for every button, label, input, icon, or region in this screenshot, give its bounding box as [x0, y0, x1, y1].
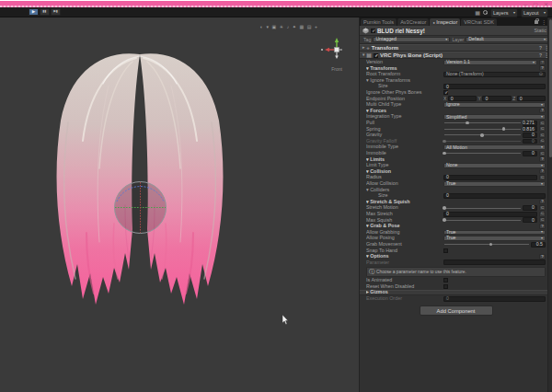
c-button[interactable]: C: [539, 212, 546, 217]
axis-field-y[interactable]: 0: [482, 96, 511, 101]
object-picker-icon[interactable]: ⊙: [539, 72, 543, 76]
scrollbar-thumb[interactable]: [549, 19, 552, 157]
slider-knob[interactable]: [480, 133, 484, 137]
step-button[interactable]: ▶▮: [51, 8, 61, 16]
tab-vrchat-sdk[interactable]: VRChat SDK: [461, 18, 497, 26]
slider-track[interactable]: [444, 153, 521, 154]
section-label[interactable]: ▾ Grab & Pose: [366, 224, 442, 228]
slider-knob[interactable]: [443, 218, 446, 222]
c-button[interactable]: C: [539, 139, 546, 144]
2d-toggle-icon[interactable]: ▣: [272, 25, 277, 29]
services-icon[interactable]: ▦: [475, 10, 480, 16]
help-button[interactable]: ?: [539, 60, 546, 65]
section-label[interactable]: ▾ Transforms: [366, 66, 442, 71]
help-button[interactable]: ?: [539, 200, 546, 205]
checkbox-is-animated[interactable]: [443, 278, 448, 282]
section-label[interactable]: ▾ Collision: [366, 169, 442, 174]
section-label[interactable]: ▾ Forces: [366, 109, 442, 113]
c-button[interactable]: C: [539, 217, 546, 223]
c-button[interactable]: C: [539, 126, 546, 132]
slider-track[interactable]: [444, 134, 521, 135]
hidden-objects-icon[interactable]: ▦: [299, 25, 304, 29]
dropdown-allow-grabbing[interactable]: True▾: [443, 230, 546, 236]
value-field-radius[interactable]: 0: [443, 175, 537, 180]
dropdown-allow-collision[interactable]: True▾: [443, 181, 546, 187]
slider-value[interactable]: 0: [523, 133, 537, 138]
effects-icon[interactable]: ✦: [293, 25, 296, 29]
slider-track[interactable]: [444, 244, 529, 245]
value-field-max-stretch[interactable]: 0: [443, 212, 537, 217]
scene-view[interactable]: ◐▾▣☀♪✦▦▤+: [0, 17, 359, 392]
c-button[interactable]: C: [539, 133, 546, 138]
value-field-size[interactable]: 0: [443, 84, 546, 89]
gizmos-icon[interactable]: +: [315, 25, 317, 29]
physbone-component-header[interactable]: ▾ ▤ VRC Phys Bone (Script) ? ⋮: [360, 52, 552, 59]
section-label[interactable]: ▾ Colliders: [366, 188, 442, 192]
lock-icon[interactable]: [535, 20, 538, 23]
slider-value[interactable]: 0.271: [523, 121, 537, 126]
layer-dropdown[interactable]: Default ▾: [466, 37, 548, 42]
component-enabled-checkbox[interactable]: [374, 53, 378, 58]
shading-caret-icon[interactable]: ▾: [267, 25, 270, 29]
help-icon[interactable]: ?: [539, 52, 542, 58]
help-button[interactable]: ?: [539, 109, 546, 114]
add-component-button[interactable]: Add Component: [420, 306, 493, 316]
foldout-icon[interactable]: ▾: [362, 53, 364, 58]
slider-knob[interactable]: [489, 243, 493, 247]
audio-icon[interactable]: ♪: [287, 25, 290, 29]
dropdown-immobile-type[interactable]: All Motion▾: [443, 144, 546, 150]
slider-knob[interactable]: [502, 127, 506, 131]
section-label[interactable]: ▾ Stretch & Squish: [366, 200, 442, 204]
c-button[interactable]: C: [539, 205, 546, 211]
slider-value[interactable]: 0: [523, 217, 537, 223]
more-options-icon[interactable]: ⋮: [541, 19, 546, 25]
c-button[interactable]: C: [539, 121, 546, 126]
search-icon[interactable]: [483, 10, 488, 15]
foldout-icon[interactable]: ▸: [362, 46, 364, 51]
transform-component-header[interactable]: ▸ + Transform ? ⋮: [360, 44, 552, 52]
rotation-gizmo[interactable]: [112, 179, 168, 236]
grid-icon[interactable]: ▤: [307, 25, 312, 29]
slider-track[interactable]: [444, 208, 521, 209]
tab-av3creator[interactable]: Av3Creator: [397, 18, 429, 26]
gameobject-name[interactable]: BLUD riel Nessy!: [377, 28, 425, 34]
dropdown-version[interactable]: Version 1.1▾: [443, 60, 537, 65]
active-checkbox[interactable]: [371, 29, 375, 33]
help-button[interactable]: ?: [539, 224, 546, 229]
checkbox-reset-when-disabled[interactable]: [443, 284, 448, 289]
help-button[interactable]: ?: [539, 169, 546, 175]
lighting-icon[interactable]: ☀: [280, 25, 283, 29]
section-label[interactable]: ▾ Options: [366, 254, 442, 259]
dropdown-allow-posing[interactable]: True▾: [443, 236, 546, 241]
slider-value[interactable]: 0: [523, 205, 537, 211]
slider-value[interactable]: 0.5: [531, 242, 546, 248]
slider-knob[interactable]: [466, 121, 469, 125]
help-icon[interactable]: ?: [539, 45, 542, 51]
help-button[interactable]: ?: [539, 254, 546, 259]
slider-knob[interactable]: [443, 206, 446, 210]
help-button[interactable]: ?: [539, 156, 546, 162]
view-orientation-label[interactable]: Front: [319, 66, 354, 72]
slider-value[interactable]: 0: [523, 151, 537, 156]
section-label[interactable]: ▸ Gizmos: [366, 290, 442, 294]
section-label[interactable]: ▾ Limits: [366, 157, 442, 162]
tab-inspector[interactable]: ●Inspector: [430, 18, 460, 26]
slider-track[interactable]: [444, 122, 521, 123]
layers-dropdown[interactable]: Layers ▾: [490, 8, 518, 17]
shading-mode-icon[interactable]: ◐: [260, 25, 263, 29]
tag-dropdown[interactable]: Untagged ▾: [373, 37, 450, 42]
slider-knob[interactable]: [443, 140, 446, 144]
help-button[interactable]: ?: [539, 65, 546, 71]
tab-pumkin-tools[interactable]: Pumkin Tools: [361, 18, 397, 26]
dropdown-limit-type[interactable]: None▾: [443, 163, 546, 168]
slider-track[interactable]: [444, 141, 521, 142]
axis-field-z[interactable]: 0: [517, 96, 546, 101]
pause-button[interactable]: ▮▮: [40, 8, 50, 16]
play-button[interactable]: ▶: [29, 8, 39, 16]
slider-value[interactable]: 0.816: [523, 126, 537, 132]
orientation-gizmo[interactable]: Front: [319, 36, 354, 75]
value-field-parameter[interactable]: [443, 259, 546, 265]
value-field-size[interactable]: 0: [443, 193, 546, 199]
section-label[interactable]: ▾ Ignore Transforms: [366, 78, 442, 83]
slider-value[interactable]: 0: [523, 139, 537, 144]
